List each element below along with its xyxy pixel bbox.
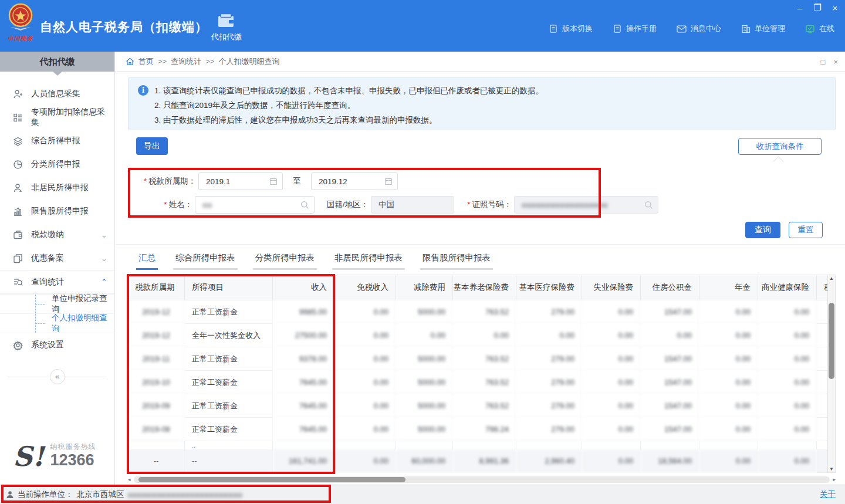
table-cell — [516, 441, 582, 449]
restore-icon[interactable]: ❐ — [812, 2, 823, 13]
sidebar-item-限售股所得申报[interactable]: 限售股所得申报 — [0, 199, 114, 223]
table-cell: .. — [185, 441, 273, 449]
sidebar-item-非居民所得申报[interactable]: 非居民所得申报 — [0, 176, 114, 199]
breadcrumb-separator: >> — [158, 57, 167, 66]
nationality-label: 国籍/地区： — [322, 196, 369, 214]
table-cell — [817, 300, 827, 324]
table-row: 2019-09正常工资薪金7645.000.005000.00763.52279… — [128, 394, 827, 418]
sidebar-item-综合所得申报[interactable]: 综合所得申报 — [0, 129, 114, 153]
column-header: 收入 — [273, 275, 334, 300]
result-table: 税款所属期所得项目收入免税收入减除费用基本养老保险费基本医疗保险费失业保险费住房… — [128, 275, 827, 473]
sidebar-item-label: 专项附加扣除信息采集 — [31, 107, 107, 128]
sidebar-item-label: 限售股所得申报 — [31, 206, 89, 217]
sidebar-item-label: 税款缴纳 — [31, 229, 64, 240]
table-cell — [817, 394, 827, 418]
about-link[interactable]: 关于 — [820, 489, 836, 500]
header-link-版本切换[interactable]: 版本切换 — [549, 23, 593, 34]
table-cell — [817, 449, 827, 473]
table-cell: 9378.00 — [273, 347, 334, 371]
status-bar: 当前操作单位：北京市西城区●●●●●●●●●●●●●●●●●●●●●●●● 关于 — [0, 485, 845, 504]
sidebar-item-税款缴纳[interactable]: 税款缴纳⌄ — [0, 223, 114, 246]
horizontal-scrollbar[interactable]: ◂ ▸ — [128, 476, 836, 484]
collapse-query-button[interactable]: 收折查询条件 — [738, 138, 822, 155]
tab-限售股所得申报表[interactable]: 限售股所得申报表 — [420, 251, 493, 270]
scroll-left-icon[interactable]: ◂ — [128, 476, 131, 482]
sidebar-subitem-单位申报记录查询[interactable]: 单位申报记录查询 — [0, 294, 114, 313]
sidebar-item-label: 人员信息采集 — [31, 89, 80, 99]
table-cell: 0.00 — [334, 449, 396, 473]
sidebar-item-分类所得申报[interactable]: 分类所得申报 — [0, 153, 114, 176]
table-cell — [334, 441, 396, 449]
calendar-icon[interactable] — [384, 177, 393, 185]
header-link-消息中心[interactable]: 消息中心 — [677, 23, 721, 34]
table-cell: 0.00 — [334, 300, 396, 324]
panel-close-icon[interactable]: × — [833, 57, 838, 66]
table-cell: 0.00 — [641, 324, 699, 347]
required-asterisk: * — [164, 200, 167, 209]
search-icon[interactable] — [644, 201, 653, 209]
table-cell: 0.00 — [699, 324, 758, 347]
panel-maximize-icon[interactable]: □ — [821, 57, 826, 66]
certificate-value-redacted: ●●●●●●●●●●●●●●●●●● — [522, 201, 644, 209]
table-cell: 0.00 — [699, 449, 758, 473]
header-link-单位管理[interactable]: 单位管理 — [741, 23, 785, 34]
reset-button[interactable]: 重置 — [789, 222, 823, 238]
search-icon[interactable] — [300, 201, 309, 209]
sidebar-item-系统设置[interactable]: 系统设置 — [0, 333, 114, 357]
name-label: *姓名： — [151, 196, 192, 214]
name-value-redacted: ●● — [202, 201, 300, 209]
sidebar-menu: 人员信息采集专项附加扣除信息采集综合所得申报分类所得申报非居民所得申报限售股所得… — [0, 72, 114, 357]
table-cell — [273, 441, 334, 449]
table-row: 2019-12正常工资薪金9985.000.005000.00763.52279… — [128, 300, 827, 324]
sidebar-collapse-button[interactable]: « — [50, 369, 65, 384]
close-icon[interactable]: × — [830, 2, 840, 13]
header-link-在线[interactable]: 在线 — [805, 23, 834, 34]
search-button[interactable]: 查询 — [745, 222, 780, 238]
info-icon: i — [138, 85, 148, 96]
period-to-input[interactable]: 2019.12 — [311, 172, 398, 190]
sidebar-item-人员信息采集[interactable]: 人员信息采集 — [0, 82, 114, 106]
table-cell: 0.00 — [699, 418, 758, 441]
sidebar-item-专项附加扣除信息采集[interactable]: 专项附加扣除信息采集 — [0, 106, 114, 129]
tab-withholding-module[interactable]: 代扣代缴 — [204, 7, 249, 48]
breadcrumb-home[interactable]: 首页 — [138, 56, 154, 67]
notice-line: 3. 由于数据处理的滞后性，建议您在申报成功3天之后再来查询最新的申报数据。 — [154, 113, 826, 127]
sidebar-item-查询统计[interactable]: 查询统计⌃ — [0, 270, 114, 293]
sidebar-subitem-个人扣缴明细查询[interactable]: 个人扣缴明细查询 — [0, 313, 114, 333]
header-link-操作手册[interactable]: 操作手册 — [613, 23, 657, 34]
table-cell: 正常工资薪金 — [185, 300, 273, 324]
home-icon[interactable] — [126, 57, 134, 66]
export-button[interactable]: 导出 — [136, 137, 168, 155]
scroll-right-icon[interactable]: ▸ — [833, 476, 836, 482]
table-cell: 0.00 — [334, 418, 396, 441]
sidebar: 代扣代缴 人员信息采集专项附加扣除信息采集综合所得申报分类所得申报非居民所得申报… — [0, 52, 115, 485]
name-input[interactable]: ●● — [195, 196, 315, 214]
vertical-scroll-thumb[interactable] — [829, 303, 834, 379]
vertical-scrollbar[interactable]: ▲ ▼ — [827, 275, 836, 473]
operating-unit-visible: 北京市西城区 — [77, 489, 124, 500]
period-from-input[interactable]: 2019.1 — [198, 172, 283, 190]
app-title: 自然人电子税务局（扣缴端） — [40, 19, 208, 35]
column-header: 税款所属期 — [128, 275, 185, 300]
table-cell: 5000.00 — [396, 371, 453, 394]
tab-综合所得申报表[interactable]: 综合所得申报表 — [173, 251, 238, 270]
tab-汇总[interactable]: 汇总 — [136, 251, 158, 270]
certificate-input: ●●●●●●●●●●●●●●●●●● — [514, 196, 658, 214]
table-cell: 0.00 — [758, 394, 817, 418]
table-cell — [817, 324, 827, 347]
table-cell: 763.52 — [453, 394, 516, 418]
calendar-icon[interactable] — [269, 177, 278, 185]
tab-分类所得申报表[interactable]: 分类所得申报表 — [253, 251, 317, 270]
table-cell: 161,741.00 — [273, 449, 334, 473]
tab-非居民所得申报表[interactable]: 非居民所得申报表 — [332, 251, 405, 270]
horizontal-scroll-thumb[interactable] — [138, 477, 405, 482]
header-links: 版本切换操作手册消息中心单位管理在线 — [549, 23, 834, 34]
minimize-icon[interactable]: – — [795, 2, 805, 13]
table-cell: 正常工资薪金 — [185, 347, 273, 371]
scroll-down-icon[interactable]: ▼ — [828, 466, 835, 472]
column-header: 年金 — [699, 275, 758, 300]
scroll-up-icon[interactable]: ▲ — [828, 276, 835, 281]
sidebar-item-优惠备案[interactable]: 优惠备案⌄ — [0, 246, 114, 270]
table-row: 2019-08正常工资薪金7645.000.005000.00798.24279… — [128, 418, 827, 441]
table-cell: 2019-12 — [128, 324, 185, 347]
